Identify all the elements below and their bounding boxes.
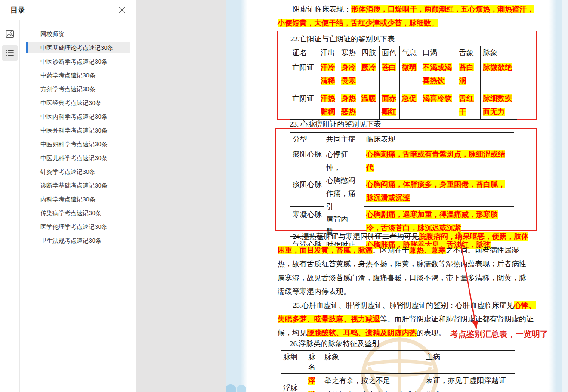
cell: 脉体阔大，充实有力，来盛去衰	[322, 388, 423, 392]
header-cell: 汗出	[318, 46, 339, 59]
header-cell: 面色	[380, 46, 400, 59]
cell: 不渴或渴喜热饮	[420, 59, 457, 90]
cell: 表证，亦见于虚阳浮越证	[423, 374, 515, 388]
viewer-canvas: 阴虚证临床表现：形体消瘦，口燥咽干，两颧潮红，五心烦热，潮热盗汗，小便短黄，大便…	[136, 0, 568, 392]
header-cell: 主病	[423, 350, 515, 374]
cell: 举之有余，按之不足	[322, 374, 423, 388]
cell: 脉细数疾而无力	[481, 90, 517, 120]
row-label-cell: 亡阴证	[290, 90, 318, 120]
sidebar-header: 目录	[0, 0, 136, 20]
cell: 汗热黏稠	[318, 90, 339, 120]
cell: 心胸闷痛，体胖痰多，身重困倦，苔白腻，脉沉滑或沉涩	[364, 176, 514, 206]
cell: 苔白润	[457, 59, 481, 90]
header-cell: 脉纲	[281, 350, 306, 374]
header-cell: 四肢	[359, 46, 380, 59]
toc-item-fangjixue[interactable]: 方剂学考点速记30条	[20, 82, 136, 96]
toc-sidebar: 目录	[0, 0, 136, 392]
row-label-cell: 痰阻心脉	[290, 176, 324, 206]
toc-item-zhongyi-erkexue[interactable]: 中医儿科学考点速记30条	[20, 151, 136, 165]
table-row: 亡阳证 汗冷清稀 身冷畏寒 厥冷 苍白 微弱 不渴或渴喜热饮 苔白润 脉微欲绝	[290, 59, 517, 90]
close-icon[interactable]	[117, 6, 126, 14]
cell: 微弱	[400, 59, 420, 90]
cell: 温暖	[359, 90, 380, 120]
cell: 舌红干	[457, 90, 481, 120]
table-row: 洪 脉体阔大，充实有力，来盛去衰 热盛	[281, 388, 515, 392]
table-header-row: 脉纲 脉名 脉象 主病	[281, 350, 515, 374]
section23-red-box: 分型 共同主症 临床表现 瘀阻心脉 心悸怔忡， 心胸憋闷 作痛，痛引 肩背内臂，…	[275, 128, 537, 231]
table-row: 浮脉类 浮 举之有余，按之不足 表证，亦见于虚阳浮越证	[281, 374, 515, 388]
toc-item-wangxiao-shizi[interactable]: 网校师资	[20, 27, 136, 41]
paragraph-text: 的表现。	[417, 329, 446, 337]
cell: 热盛	[423, 388, 515, 392]
cell: 汗冷清稀	[318, 59, 339, 90]
annotation-arrow	[454, 230, 488, 333]
header-cell: 分型	[290, 132, 324, 146]
table-header-row: 证名 汗出 寒热 四肢 面色 气息 口渴 舌象 脉象	[290, 46, 517, 59]
table-wangyang-wangyin: 证名 汗出 寒热 四肢 面色 气息 口渴 舌象 脉象 亡阳证 汗冷清稀 身冷畏寒	[290, 46, 517, 120]
section22-red-box: 22.亡阳证与亡阴证的鉴别见下表 证名 汗出 寒热 四肢 面色 气息 口渴 舌象…	[277, 31, 537, 120]
section26-title: 26.浮脉类的脉象特征及鉴别	[290, 338, 379, 349]
header-cell: 临床表现	[364, 132, 514, 146]
group-label-cell: 浮脉类	[281, 374, 306, 392]
toc-item-yixue-lunlixue[interactable]: 医学伦理学考点速记30条	[20, 220, 136, 234]
table-row: 瘀阻心脉 心悸怔忡， 心胸憋闷 作痛，痛引 肩背内臂， 时作时止 心胸刺痛，舌暗…	[290, 146, 514, 176]
paragraph-text: 。区别在于	[373, 246, 409, 254]
sidebar-title: 目录	[10, 5, 25, 15]
pdf-page: 阴虚证临床表现：形体消瘦，口燥咽干，两颧潮红，五心烦热，潮热盗汗，小便短黄，大便…	[226, 0, 568, 392]
header-cell: 舌象	[457, 46, 481, 59]
row-label-cell: 亡阳证	[290, 59, 318, 90]
toc-item-zhongyi-zhenduanxue[interactable]: 中医诊断学考点速记30条	[20, 55, 136, 68]
cell: 浮	[306, 374, 322, 388]
toc-item-zhongyi-jichu-lilun[interactable]: 中医基础理论考点速记30条	[26, 42, 130, 53]
toc-item-chuanranbingxue[interactable]: 传染病学考点速记30条	[20, 206, 136, 220]
cell: 身冷畏寒	[339, 59, 359, 90]
cell: 苍白	[380, 59, 400, 90]
cell: 厥冷	[359, 59, 380, 90]
cell: 面赤颧红	[380, 90, 400, 120]
sidebar-body: 网校师资 中医基础理论考点速记30条 中医诊断学考点速记30条 中药学考点速记3…	[0, 20, 136, 392]
paragraph-yinxu: 阴虚证临床表现：形体消瘦，口燥咽干，两颧潮红，五心烦热，潮热盗汗，小便短黄，大便…	[278, 3, 537, 30]
row-label-cell: 瘀阻心脉	[290, 146, 324, 176]
cell: 脉微欲绝	[481, 59, 517, 90]
annotation-note: 考点鉴别汇总表，一览明了	[450, 329, 548, 340]
toc-item-zhongyaoxue[interactable]: 中药学考点速记30条	[20, 68, 136, 82]
section22-title: 22.亡阳证与亡阴证的鉴别见下表	[290, 34, 395, 44]
table-header-row: 分型 共同主症 临床表现	[290, 132, 514, 146]
toc-item-zhenduanxue-jichu[interactable]: 诊断学基础考点速记30条	[20, 179, 136, 192]
toc-item-weisheng-fagui[interactable]: 卫生法规考点速记30条	[20, 234, 136, 247]
cell: 急促	[400, 90, 420, 120]
header-cell: 寒热	[339, 46, 359, 59]
toc-item-neikexue[interactable]: 内科学考点速记30条	[20, 192, 136, 206]
paragraph-24: 24.湿热蕴脾证与寒湿困脾证二者均可见脘腹痞闷，纳呆呕恶，便溏，肢体困重，面目发…	[278, 230, 529, 299]
cell: 洪	[306, 388, 322, 392]
toc-list-view-icon[interactable]	[2, 45, 18, 61]
toc-list: 网校师资 中医基础理论考点速记30条 中医诊断学考点速记30条 中药学考点速记3…	[20, 27, 136, 247]
toc-item-zhongyi-jingdian[interactable]: 中医经典考点速记30条	[20, 96, 136, 110]
header-cell: 气息	[400, 46, 420, 59]
paragraph-text: 24.湿热蕴脾证与寒湿困脾证二者均可见	[293, 232, 419, 241]
vertical-scrollbar[interactable]	[562, 0, 568, 392]
cell: 身热恶热	[339, 90, 359, 120]
paragraph-text: 阴虚证临床表现：	[293, 5, 351, 13]
header-cell: 脉象	[481, 46, 517, 59]
toc-item-zhongyi-waikexue[interactable]: 中医外科学考点速记30条	[20, 123, 136, 137]
header-cell: 脉名	[306, 350, 322, 374]
toc-item-zhongyi-neikexue[interactable]: 中医内科学考点速记30条	[20, 110, 136, 123]
header-cell: 共同主症	[324, 132, 364, 146]
toc-item-zhongyi-fukexue[interactable]: 中医妇科学考点速记30条	[20, 137, 136, 151]
page-left-band	[226, 0, 247, 392]
table-row: 亡阴证 汗热黏稠 身热恶热 温暖 面赤颧红 急促 渴喜冷饮 舌红干 脉细数疾而无…	[290, 90, 517, 120]
cell: 心胸刺痛，舌暗或有青紫斑点，脉细涩或结代	[364, 146, 514, 176]
toc-item-zhenjiuxue[interactable]: 针灸学考点速记30条	[20, 165, 136, 179]
table-fumai: 脉纲 脉名 脉象 主病 浮脉类 浮 举之有余，按之不足 表证，亦见于虚阳浮越证 …	[281, 350, 515, 392]
header-cell: 脉象	[322, 350, 423, 374]
highlighted-text: 兼热、兼寒	[409, 246, 446, 254]
highlighted-text: 腰膝酸软、耳鸣、遗精及阴虚内热	[307, 329, 417, 337]
cell: 渴喜冷饮	[420, 90, 457, 120]
sidebar-view-rail	[0, 20, 20, 392]
page-decoration-blob	[237, 385, 246, 392]
header-cell: 证名	[290, 46, 318, 59]
header-cell: 口渴	[420, 46, 457, 59]
thumbnail-view-icon[interactable]	[2, 26, 18, 42]
